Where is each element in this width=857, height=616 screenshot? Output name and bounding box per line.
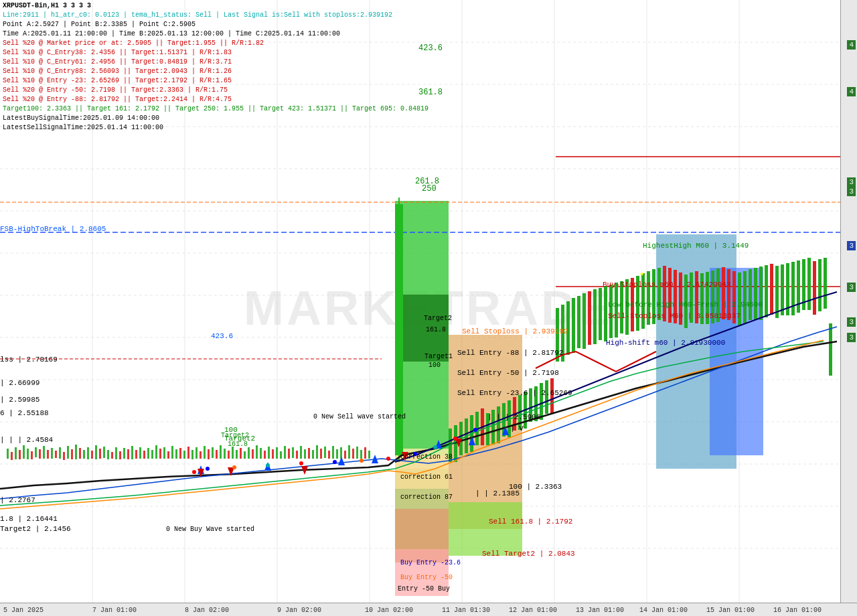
svg-text:0 New Sell wave started: 0 New Sell wave started (313, 413, 406, 420)
svg-point-217 (232, 465, 236, 469)
svg-text:250: 250 (422, 184, 437, 194)
svg-rect-198 (813, 261, 816, 315)
svg-text:High-shift m60 | 2.81930000: High-shift m60 | 2.81930000 (606, 339, 725, 347)
svg-rect-194 (791, 262, 795, 315)
latest-buy: LatestBuySignalTime:2025.01.09 14:00:00 (3, 114, 428, 123)
svg-rect-59 (99, 449, 101, 459)
svg-point-218 (266, 463, 270, 467)
svg-rect-96 (248, 447, 250, 459)
svg-text:161.8: 161.8 (426, 326, 446, 333)
svg-rect-61 (107, 450, 109, 459)
svg-text:| 2.59985: | 2.59985 (0, 396, 40, 404)
svg-rect-190 (770, 264, 773, 315)
svg-rect-60 (103, 447, 105, 458)
svg-rect-113 (316, 445, 318, 459)
svg-rect-48 (55, 451, 57, 458)
svg-rect-188 (759, 266, 763, 320)
svg-text:Sell Entry -23.6 | 2.65269: Sell Entry -23.6 | 2.65269 (457, 389, 572, 397)
latest-sell: LatestSellSignalTime:2025.01.14 11:00:00 (3, 123, 428, 133)
svg-text:Buy Entry -50: Buy Entry -50 (400, 574, 453, 581)
svg-text:Target2: Target2 (424, 315, 452, 322)
svg-rect-199 (818, 259, 822, 311)
svg-rect-97 (252, 449, 254, 459)
svg-text:correction 87: correction 87 (400, 493, 453, 501)
svg-rect-98 (256, 445, 258, 459)
svg-point-215 (192, 470, 196, 474)
svg-rect-62 (111, 452, 113, 459)
svg-rect-51 (67, 446, 69, 459)
svg-text:FSB-HighToBreak | 2.8605: FSB-HighToBreak | 2.8605 (0, 225, 106, 233)
svg-rect-85 (204, 446, 206, 459)
svg-text:| | | 2.4584: | | | 2.4584 (0, 436, 54, 444)
svg-rect-106 (288, 449, 290, 459)
svg-rect-27 (449, 502, 522, 556)
svg-rect-57 (91, 451, 93, 459)
svg-point-216 (206, 467, 210, 471)
svg-rect-77 (171, 446, 173, 459)
svg-rect-122 (352, 449, 354, 459)
svg-rect-74 (159, 449, 161, 459)
svg-rect-139 (497, 406, 500, 443)
axis-num-4b: 4 (847, 87, 856, 96)
svg-rect-102 (272, 449, 274, 459)
svg-text:correction 38: correction 38 (400, 453, 453, 461)
svg-rect-66 (127, 449, 129, 459)
svg-rect-42 (31, 451, 33, 459)
svg-rect-84 (200, 451, 202, 459)
svg-point-221 (360, 459, 364, 463)
chart-container: MARKETRADE (0, 0, 857, 616)
svg-rect-93 (236, 450, 238, 459)
axis-num-3d: 3 (847, 283, 856, 292)
svg-rect-110 (304, 449, 306, 459)
svg-text:Target1: Target1 (424, 353, 453, 360)
svg-rect-75 (163, 447, 165, 459)
svg-rect-104 (280, 451, 282, 459)
svg-rect-67 (131, 446, 133, 459)
svg-rect-92 (232, 447, 234, 459)
svg-rect-107 (292, 447, 294, 458)
svg-rect-90 (224, 449, 226, 459)
axis-num-3e: 3 (847, 317, 856, 327)
svg-rect-185 (743, 271, 747, 323)
svg-text:| V: | V (510, 425, 524, 433)
svg-rect-64 (119, 451, 121, 459)
svg-rect-78 (175, 449, 177, 459)
svg-rect-76 (167, 451, 169, 459)
svg-text:lss | 2.78169: lss | 2.78169 (0, 356, 58, 364)
svg-rect-159 (604, 286, 607, 341)
svg-text:Sell Entry -88 | 2.81792: Sell Entry -88 | 2.81792 (457, 349, 563, 357)
svg-rect-101 (268, 447, 270, 459)
sell-e50: Sell %20 @ Entry -50: 2.7198 || Target:2… (3, 86, 428, 95)
svg-rect-63 (115, 447, 117, 459)
time-jan8: 8 Jan 02:00 (185, 607, 229, 614)
svg-rect-160 (609, 285, 613, 338)
time-jan7: 7 Jan 01:00 (92, 607, 137, 614)
svg-rect-58 (95, 445, 97, 459)
svg-text:| | | 2.5906: | | | 2.5906 (487, 413, 540, 421)
svg-rect-83 (196, 447, 198, 459)
svg-rect-56 (87, 447, 89, 459)
svg-text:Buy-Stoploss m60 | 2.67429943: Buy-Stoploss m60 | 2.67429943 (603, 281, 730, 289)
svg-rect-156 (588, 291, 591, 345)
svg-rect-38 (15, 447, 17, 459)
right-axis: 4 4 3 3 3 3 3 3 (840, 0, 857, 616)
svg-rect-86 (208, 449, 210, 459)
svg-text:Sell-Stoploss M60 | 3.05813337: Sell-Stoploss M60 | 3.05813337 (608, 312, 741, 320)
svg-rect-79 (179, 448, 181, 459)
svg-rect-39 (19, 450, 21, 459)
svg-text:423.6: 423.6 (211, 332, 233, 340)
time-jan11: 11 Jan 01:30 (442, 607, 490, 614)
svg-rect-116 (328, 451, 330, 459)
svg-rect-73 (155, 445, 157, 459)
time-jan10: 10 Jan 02:00 (365, 607, 413, 614)
svg-rect-91 (228, 451, 230, 459)
svg-rect-46 (47, 450, 49, 459)
svg-rect-158 (599, 288, 602, 340)
svg-rect-126 (368, 451, 370, 459)
svg-marker-204 (338, 457, 345, 465)
svg-text:Sell 161.8 | 2.1792: Sell 161.8 | 2.1792 (489, 518, 572, 526)
svg-rect-148 (545, 380, 548, 414)
svg-rect-99 (260, 448, 262, 459)
axis-num-3b: 3 (847, 187, 856, 196)
svg-text:HighestHigh  M60 | 3.1449: HighestHigh M60 | 3.1449 (643, 242, 749, 250)
